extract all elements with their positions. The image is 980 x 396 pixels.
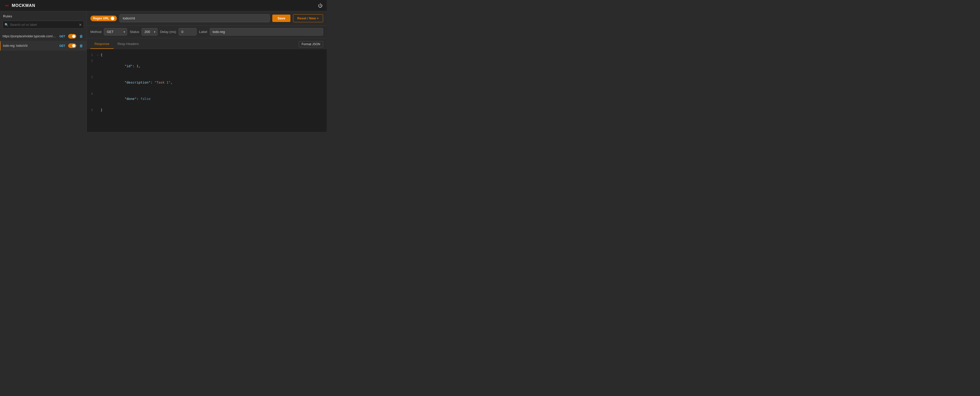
save-button[interactable]: Save [272,14,290,22]
code-content: "description": "Task 1", [100,75,172,91]
code-line: 2 • "id": 1, [87,58,327,74]
tab-resp-headers[interactable]: Resp Headers [114,40,143,49]
format-json-button[interactable]: Format JSON [299,41,323,47]
toggle-slider [68,34,76,38]
logo-text: MOCKMAN [12,3,35,8]
url-input[interactable] [119,14,270,22]
line-number: 1 [87,53,97,57]
code-editor[interactable]: 1 • { 2 • "id": 1, 3 • "description": "T… [87,49,327,132]
code-content: { [100,53,103,58]
line-number: 2 [87,59,97,63]
code-line: 5 • } [87,107,327,113]
rule-url: todo-reg: todosVd [3,44,56,48]
tabs-list: Response Resp Headers [90,40,143,49]
search-input[interactable] [3,21,84,29]
rule-item[interactable]: https://jsonplaceholder.typicode.com/tod… [0,32,86,41]
sidebar: Rules 🔍 ✕ https://jsonplaceholder.typico… [0,11,87,132]
label-input[interactable] [210,28,323,35]
tabs-bar: Response Resp Headers Format JSON [87,38,327,49]
code-content: "done": false [100,91,151,107]
logo: MOCKMAN [4,3,35,8]
toggle-slider [68,43,76,48]
code-line: 4 • "done": false [87,91,327,107]
delay-input[interactable] [179,28,197,35]
content-panel: Regex URL Save Reset / New + Method GET … [87,11,327,132]
rule-method-badge: GET [58,44,66,48]
main-layout: Rules 🔍 ✕ https://jsonplaceholder.typico… [0,11,327,132]
options-bar: Method GET POST PUT DELETE PATCH Status … [87,26,327,38]
regex-url-toggle[interactable]: Regex URL [90,16,117,21]
method-select[interactable]: GET POST PUT DELETE PATCH [104,28,127,35]
logo-icon [4,3,10,8]
rule-toggle[interactable] [68,34,76,38]
tab-response[interactable]: Response [90,40,114,49]
status-label: Status [130,30,139,34]
regex-url-label: Regex URL [93,17,109,20]
status-select[interactable]: 200 201 400 401 403 404 500 [142,28,158,35]
top-bar: Regex URL Save Reset / New + [87,11,327,26]
reset-new-button[interactable]: Reset / New + [293,14,323,22]
rule-delete-button[interactable]: 🗑 [78,43,84,48]
search-icon: 🔍 [5,23,8,27]
regex-toggle-knob [111,17,115,20]
line-dot: • [97,53,99,57]
code-line: 1 • { [87,52,327,58]
rule-url: https://jsonplaceholder.typicode.com/tod… [3,35,56,38]
search-clear-button[interactable]: ✕ [79,23,82,27]
line-number: 4 [87,91,97,96]
status-select-wrapper: 200 201 400 401 403 404 500 [142,28,158,35]
line-number: 5 [87,108,97,113]
code-line: 3 • "description": "Task 1", [87,74,327,91]
method-select-wrapper: GET POST PUT DELETE PATCH [104,28,127,35]
delay-label: Delay (ms) [160,30,176,34]
search-container: 🔍 ✕ [3,21,84,29]
svg-point-3 [6,5,7,6]
code-content: } [100,107,103,113]
label-label: Label [199,30,207,34]
line-number: 3 [87,75,97,80]
rule-delete-button[interactable]: 🗑 [78,34,84,39]
power-button[interactable]: ⏻ [318,3,323,8]
header: MOCKMAN ⏻ [0,0,327,11]
rule-method-badge: GET [58,35,66,38]
code-content: "id": 1, [100,58,141,74]
rule-toggle[interactable] [68,43,76,48]
method-label: Method [90,30,101,34]
rule-item[interactable]: todo-reg: todosVd GET 🗑 [0,41,86,51]
sidebar-title: Rules [0,14,86,21]
